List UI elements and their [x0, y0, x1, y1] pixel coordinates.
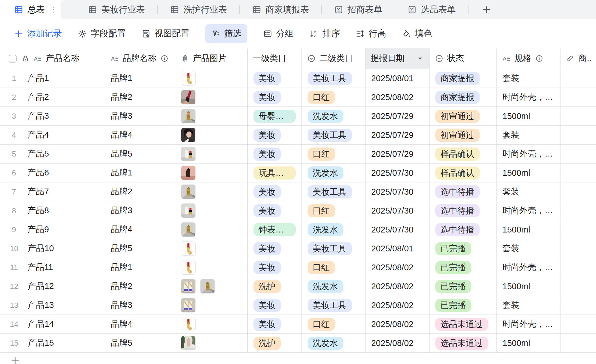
cell-product-name[interactable]: 6产品6: [0, 164, 105, 182]
cell-product-name[interactable]: 13产品13: [0, 296, 105, 315]
cell-spec[interactable]: 套装: [496, 182, 560, 201]
cell-report-date[interactable]: 2025/07/30: [365, 220, 429, 239]
column-header-status[interactable]: 状态: [429, 48, 496, 69]
cell-category1[interactable]: 美妆: [247, 88, 301, 107]
cell-category1[interactable]: 洗护: [247, 334, 301, 353]
cell-product-link[interactable]: [560, 334, 596, 353]
cell-product-link[interactable]: [560, 145, 596, 164]
cell-spec[interactable]: 时尚外壳，5...: [496, 315, 560, 334]
cell-product-link[interactable]: [560, 88, 596, 107]
cell-product-images[interactable]: [175, 88, 247, 107]
cell-category1[interactable]: 美妆: [247, 69, 301, 88]
cell-brand-name[interactable]: 品牌2: [105, 182, 175, 201]
cell-category1[interactable]: 美妆: [247, 296, 301, 315]
cell-product-name[interactable]: 14产品14: [0, 315, 105, 334]
info-icon[interactable]: [160, 54, 168, 63]
cell-product-name[interactable]: 9产品9: [0, 220, 105, 239]
cell-spec[interactable]: 套装: [496, 239, 560, 258]
cell-status[interactable]: 已完播: [429, 239, 496, 258]
cell-status[interactable]: 已完播: [429, 296, 496, 315]
cell-category1[interactable]: 美妆: [247, 258, 301, 277]
cell-status[interactable]: 选中待播: [429, 201, 496, 220]
cell-brand-name[interactable]: 品牌3: [105, 107, 175, 126]
cell-category2[interactable]: 美妆工具: [301, 182, 365, 201]
cell-report-date[interactable]: 2025/08/02: [365, 296, 429, 315]
column-header-cat2[interactable]: 二级类目: [301, 48, 365, 69]
cell-category2[interactable]: 洗发水: [301, 277, 365, 296]
cell-product-images[interactable]: [175, 296, 247, 315]
cell-report-date[interactable]: 2025/07/30: [365, 201, 429, 220]
cell-product-name[interactable]: 1产品1: [0, 69, 105, 88]
cell-category2[interactable]: 洗发水: [301, 164, 365, 182]
lipstick-gold-thumbnail[interactable]: [181, 241, 196, 256]
gold-bottle-thumbnail[interactable]: [200, 279, 215, 294]
cell-brand-name[interactable]: 品牌2: [105, 88, 175, 107]
tab-选品表单[interactable]: 选品表单: [395, 4, 468, 16]
cell-status[interactable]: 样品确认: [429, 145, 496, 164]
cell-report-date[interactable]: 2025/07/30: [365, 182, 429, 201]
lipstick-white-cap-thumbnail[interactable]: [181, 203, 196, 218]
cell-status[interactable]: 初审通过: [429, 107, 496, 126]
cell-product-link[interactable]: [560, 182, 596, 201]
lipstick-gold-thumbnail[interactable]: [181, 71, 196, 86]
cell-report-date[interactable]: 2025/07/29: [365, 126, 429, 145]
cell-category2[interactable]: 口红: [301, 315, 365, 334]
shampoo-pair-thumbnail[interactable]: [181, 298, 196, 312]
cell-brand-name[interactable]: 品牌2: [105, 277, 175, 296]
cell-product-images[interactable]: [175, 201, 247, 220]
cell-product-images[interactable]: [175, 145, 247, 164]
cell-report-date[interactable]: 2025/07/29: [365, 107, 429, 126]
cell-product-link[interactable]: [560, 258, 596, 277]
cell-status[interactable]: 初审通过: [429, 126, 496, 145]
cell-product-name[interactable]: 11产品11: [0, 258, 105, 277]
cell-status[interactable]: 选中待播: [429, 220, 496, 239]
cell-category1[interactable]: 洗护: [247, 277, 301, 296]
toolbar-行高-button[interactable]: 行高: [356, 28, 386, 40]
cell-category1[interactable]: 美妆: [247, 201, 301, 220]
cell-category2[interactable]: 美妆工具: [301, 126, 365, 145]
cell-category2[interactable]: 口红: [301, 145, 365, 164]
cell-report-date[interactable]: 2025/08/02: [365, 334, 429, 353]
tab-洗护行业表[interactable]: 洗护行业表: [158, 4, 239, 16]
cell-product-images[interactable]: [175, 126, 247, 145]
cell-category1[interactable]: 美妆: [247, 145, 301, 164]
cell-product-name[interactable]: 4产品4: [0, 126, 105, 145]
lipstick-white-cap-thumbnail[interactable]: [181, 147, 196, 161]
cell-product-link[interactable]: [560, 239, 596, 258]
add-tab-button[interactable]: [469, 5, 505, 14]
more-vert-icon[interactable]: [49, 5, 58, 14]
cell-spec[interactable]: 时尚外壳，5...: [496, 258, 560, 277]
tab-美妆行业表[interactable]: 美妆行业表: [76, 4, 157, 16]
cell-product-images[interactable]: [175, 239, 247, 258]
cell-category2[interactable]: 口红: [301, 88, 365, 107]
tab-商家填报表[interactable]: 商家填报表: [240, 4, 321, 16]
cell-report-date[interactable]: 2025/08/02: [365, 88, 429, 107]
cell-status[interactable]: 商家提报: [429, 88, 496, 107]
cell-product-link[interactable]: [560, 201, 596, 220]
cell-product-link[interactable]: [560, 69, 596, 88]
pink-bottle-green-thumbnail[interactable]: [181, 336, 196, 350]
toolbar-筛选-button[interactable]: 筛选: [205, 24, 247, 43]
column-header-spec[interactable]: A规格: [496, 48, 560, 69]
cell-report-date[interactable]: 2025/08/02: [365, 277, 429, 296]
cell-brand-name[interactable]: 品牌5: [105, 334, 175, 353]
cell-product-name[interactable]: 7产品7: [0, 182, 105, 201]
cell-report-date[interactable]: 2025/08/02: [365, 258, 429, 277]
cell-category2[interactable]: 洗发水: [301, 220, 365, 239]
column-header-link[interactable]: 商品链: [560, 48, 596, 69]
cell-spec[interactable]: 套装: [496, 69, 560, 88]
shampoo-pair-thumbnail[interactable]: [181, 279, 196, 294]
cell-product-link[interactable]: [560, 126, 596, 145]
cell-product-images[interactable]: [175, 258, 247, 277]
toolbar-视图配置-button[interactable]: 视图配置: [141, 28, 189, 40]
cell-category1[interactable]: 玩具乐器: [247, 164, 301, 182]
portrait-photo-thumbnail[interactable]: [181, 128, 196, 142]
cell-spec[interactable]: 时尚外壳，5...: [496, 201, 560, 220]
lipstick-photo-thumbnail[interactable]: [181, 90, 196, 104]
cell-product-name[interactable]: 10产品10: [0, 239, 105, 258]
cell-spec[interactable]: 1500ml: [496, 334, 560, 353]
cell-category1[interactable]: 钟表配饰: [247, 220, 301, 239]
cell-spec[interactable]: 时尚外壳，5...: [496, 145, 560, 164]
cell-category2[interactable]: 口红: [301, 258, 365, 277]
cell-category1[interactable]: 美妆: [247, 239, 301, 258]
